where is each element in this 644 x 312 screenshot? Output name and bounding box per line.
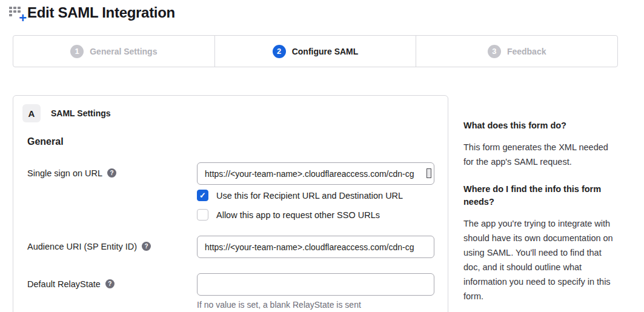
page-title: Edit SAML Integration xyxy=(27,4,175,21)
sso-url-input-wrap xyxy=(197,162,434,185)
sso-url-field-col: ✓ Use this for Recipient URL and Destina… xyxy=(197,162,434,221)
step-feedback[interactable]: 3 Feedback xyxy=(416,36,617,67)
sidebar-body-what: This form generates the XML needed for t… xyxy=(463,140,616,169)
text-cursor xyxy=(427,168,431,178)
saml-form: General Single sign on URL ? ✓ xyxy=(13,136,448,310)
relay-state-label: Default RelayState xyxy=(27,279,101,290)
sso-url-input[interactable] xyxy=(197,162,434,185)
sso-url-row: Single sign on URL ? ✓ Use this for Reci… xyxy=(27,162,433,221)
step-configure-saml[interactable]: 2 Configure SAML xyxy=(215,36,417,67)
saml-settings-panel: A SAML Settings General Single sign on U… xyxy=(13,95,448,312)
relay-state-input-wrap xyxy=(197,273,434,296)
other-sso-checkbox-row: Allow this app to request other SSO URLs xyxy=(197,209,434,221)
audience-uri-label: Audience URI (SP Entity ID) xyxy=(27,241,137,252)
recipient-url-checkbox-row: ✓ Use this for Recipient URL and Destina… xyxy=(197,190,434,201)
step-number-badge: 3 xyxy=(488,45,501,58)
app-grid-plus-icon: + xyxy=(9,5,25,21)
audience-uri-label-wrap: Audience URI (SP Entity ID) ? xyxy=(27,236,197,258)
panel-title: SAML Settings xyxy=(51,108,111,118)
sidebar-heading-what: What does this form do? xyxy=(463,119,616,132)
page-header: + Edit SAML Integration xyxy=(9,4,175,21)
help-icon[interactable]: ? xyxy=(107,168,116,178)
panel-header: A SAML Settings xyxy=(13,96,448,130)
edit-saml-integration-page: + Edit SAML Integration 1 General Settin… xyxy=(0,0,644,312)
step-number-badge: 1 xyxy=(70,45,84,58)
sidebar-body-where: The app you're trying to integrate with … xyxy=(463,216,616,304)
general-section-heading: General xyxy=(27,136,433,147)
relay-state-input[interactable] xyxy=(197,273,434,296)
help-icon[interactable]: ? xyxy=(142,242,151,251)
other-sso-checkbox-label: Allow this app to request other SSO URLs xyxy=(216,210,380,220)
sidebar-heading-where: Where do I find the info this form needs… xyxy=(463,183,616,208)
audience-uri-row: Audience URI (SP Entity ID) ? xyxy=(27,236,433,258)
step-label: Feedback xyxy=(507,47,546,56)
other-sso-checkbox[interactable] xyxy=(197,209,208,221)
step-label: Configure SAML xyxy=(292,47,359,56)
relay-state-row: Default RelayState ? If no value is set,… xyxy=(27,273,433,310)
sso-url-label-wrap: Single sign on URL ? xyxy=(27,162,197,221)
section-a-badge: A xyxy=(22,104,41,122)
step-number-badge: 2 xyxy=(273,45,286,58)
audience-uri-input-wrap xyxy=(197,236,434,258)
step-general-settings[interactable]: 1 General Settings xyxy=(13,36,215,67)
help-sidebar: What does this form do? This form genera… xyxy=(463,119,616,312)
audience-uri-field-col xyxy=(197,236,434,258)
sso-url-label: Single sign on URL xyxy=(27,168,102,179)
help-icon[interactable]: ? xyxy=(105,279,115,288)
plus-icon: + xyxy=(19,12,27,25)
recipient-url-checkbox[interactable]: ✓ xyxy=(197,190,208,201)
audience-uri-input[interactable] xyxy=(197,236,434,258)
step-label: General Settings xyxy=(90,47,157,56)
relay-state-label-wrap: Default RelayState ? xyxy=(27,273,197,310)
relay-state-helper-text: If no value is set, a blank RelayState i… xyxy=(197,300,434,310)
wizard-stepper: 1 General Settings 2 Configure SAML 3 Fe… xyxy=(13,35,618,67)
relay-state-field-col: If no value is set, a blank RelayState i… xyxy=(197,273,434,310)
recipient-url-checkbox-label: Use this for Recipient URL and Destinati… xyxy=(216,191,403,201)
check-icon: ✓ xyxy=(199,191,206,199)
